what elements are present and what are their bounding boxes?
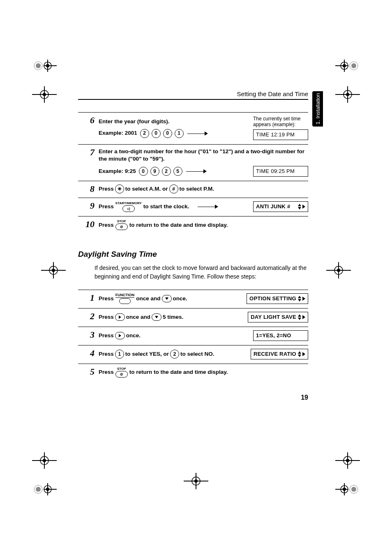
page-header: Setting the Date and Time (78, 90, 308, 97)
key-0: 0 (152, 129, 161, 138)
lcd-display: DAY LIGHT SAVE (248, 312, 308, 322)
crop-mark-icon (32, 477, 57, 502)
arrow-icon (198, 205, 218, 209)
step-text: Press (99, 203, 114, 210)
step-text: Press (99, 221, 114, 229)
crop-mark-icon (335, 82, 360, 107)
lcd-display: ANTI JUNK # (253, 201, 308, 212)
stop-button-icon: STOP ⊘ (115, 220, 128, 230)
step-number: 2 (78, 312, 99, 321)
step-number: 4 (78, 349, 99, 358)
svg-point-39 (351, 487, 356, 492)
lcd-display: 1=YES, 2=NO (253, 330, 308, 341)
lcd-display: OPTION SETTING (247, 293, 308, 304)
key-2: 2 (162, 167, 171, 176)
step-text: to select YES, or (125, 350, 169, 358)
step-text: to select A.M. or (125, 185, 168, 193)
key-9: 9 (150, 167, 159, 176)
step-8: 8 Press ✳ to select A.M. or # to select … (78, 181, 308, 198)
step-10: 10 Press STOP ⊘ to return to the date an… (78, 216, 308, 234)
section-heading: Daylight Saving Time (78, 250, 308, 259)
stop-button-icon: STOP ⊘ (115, 367, 128, 378)
steps-block-a: 6 Enter the year (four digits). Example:… (78, 112, 308, 234)
dst-step-5: 5 Press STOP ⊘ to return to the date and… (78, 364, 308, 382)
step-number: 1 (78, 293, 99, 302)
svg-point-19 (346, 93, 349, 96)
step-text: Press (99, 350, 114, 358)
crop-mark-icon (335, 477, 360, 502)
key-0: 0 (163, 129, 172, 138)
section-tab: 1. Installation (312, 91, 323, 127)
step-text: to return to the date and time display. (129, 221, 228, 229)
lcd-display: TIME 12:19 PM (253, 129, 308, 140)
step-number: 9 (78, 201, 99, 210)
key-5: 5 (173, 167, 182, 176)
step-text: to return to the date and time display. (129, 368, 228, 376)
key-star: ✳ (115, 184, 124, 193)
step-text: 5 times. (163, 313, 183, 321)
svg-point-47 (346, 459, 349, 462)
crop-mark-icon (335, 448, 360, 473)
svg-point-29 (36, 487, 41, 492)
svg-point-37 (43, 459, 46, 462)
crop-mark-icon (326, 258, 351, 283)
page-content: Setting the Date and Time 6 Enter the ye… (78, 90, 308, 382)
step-number: 8 (78, 184, 99, 193)
svg-point-27 (337, 269, 340, 272)
svg-point-43 (343, 488, 346, 491)
step-text: to select NO. (180, 350, 214, 358)
down-arrow-button-icon (162, 295, 172, 302)
step-6: 6 Enter the year (four digits). Example:… (78, 113, 308, 145)
crop-mark-icon (32, 82, 57, 107)
svg-point-23 (52, 269, 55, 272)
steps-block-b: 1 Press FUNCTION once and once. OPTION S… (78, 290, 308, 382)
step-text: Press (99, 332, 114, 339)
step-text: Enter a two-digit number for the hour ("… (99, 148, 308, 163)
step-text: once. (173, 295, 187, 302)
step-text: Press (99, 295, 114, 302)
key-2: 2 (140, 129, 149, 138)
step-text: Enter the year (four digits). (99, 118, 253, 125)
lcd-display: TIME 09:25 PM (253, 166, 308, 177)
crop-mark-icon (184, 469, 208, 493)
example-label: Example: 2001 (99, 129, 137, 137)
crop-mark-icon (32, 448, 57, 473)
step-number: 3 (78, 330, 99, 339)
dst-step-3: 3 Press once. 1=YES, 2=NO (78, 327, 308, 345)
step-number: 10 (78, 220, 99, 229)
step-text: once and (126, 313, 150, 321)
key-1: 1 (115, 350, 124, 359)
crop-mark-icon (335, 53, 360, 78)
key-2: 2 (170, 350, 179, 359)
divider (78, 99, 308, 100)
function-button-icon: FUNCTION (115, 293, 135, 304)
svg-point-15 (343, 64, 346, 67)
crop-mark-icon (32, 53, 57, 78)
key-1: 1 (175, 129, 184, 138)
key-0: 0 (139, 167, 148, 176)
step-text: once. (126, 332, 141, 339)
svg-point-9 (43, 93, 46, 96)
step-text: to select P.M. (180, 185, 214, 193)
step-number: 6 (78, 116, 99, 125)
display-note: The currently set time appears (example)… (253, 116, 300, 128)
step-text: Press (99, 185, 114, 193)
start-memory-button-icon: START/MEMORY ◁ (115, 202, 142, 212)
step-number: 7 (78, 148, 99, 157)
step-text: to start the clock. (143, 203, 189, 210)
lcd-display: RECEIVE RATIO (251, 349, 308, 359)
step-9: 9 Press START/MEMORY ◁ to start the cloc… (78, 198, 308, 216)
step-text: once and (136, 295, 160, 302)
arrow-icon (186, 169, 207, 173)
section-intro: If desired, you can set the clock to mov… (95, 264, 308, 281)
svg-point-33 (46, 488, 49, 491)
example-label: Example: 9:25 (99, 168, 136, 175)
page-number: 19 (301, 394, 308, 401)
right-arrow-button-icon (115, 313, 125, 321)
svg-point-1 (36, 63, 41, 68)
crop-mark-icon (41, 258, 66, 283)
step-number: 5 (78, 367, 99, 376)
step-text: Press (99, 313, 114, 321)
dst-step-4: 4 Press 1 to select YES, or 2 to select … (78, 345, 308, 364)
right-arrow-button-icon (115, 332, 125, 339)
